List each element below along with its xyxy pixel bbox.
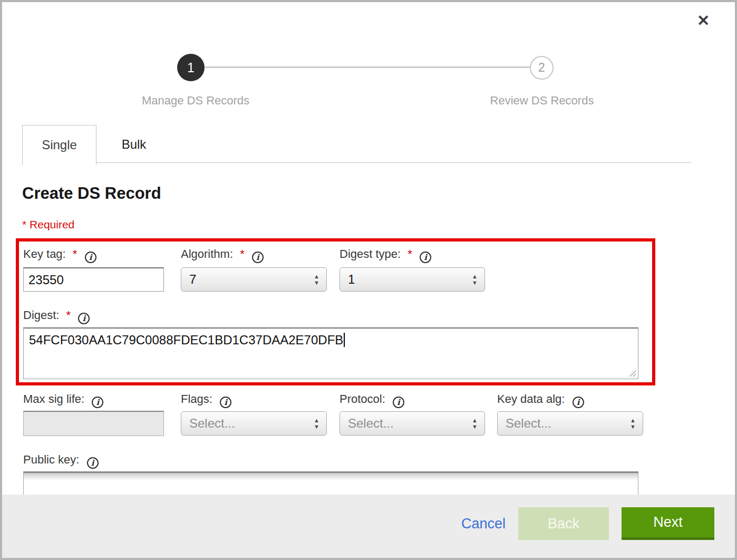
info-icon[interactable]: i (92, 397, 103, 408)
arrow-down-icon: ▼ (314, 281, 319, 285)
back-button[interactable]: Back (518, 507, 609, 540)
protocol-label-text: Protocol: (340, 392, 385, 405)
algorithm-required-marker: * (240, 247, 245, 260)
protocol-label: Protocol: i (340, 392, 404, 408)
algorithm-select[interactable]: 7 ▲ ▼ (181, 267, 327, 292)
flags-select-value: Select... (189, 416, 235, 431)
key-data-alg-select-value: Select... (506, 416, 551, 431)
select-arrows-icon: ▲ ▼ (630, 418, 636, 429)
key-data-alg-label-text: Key data alg: (497, 392, 565, 405)
required-legend: * Required (22, 218, 74, 231)
text-caret (344, 333, 345, 347)
page-title: Create DS Record (22, 184, 161, 203)
digest-required-marker: * (66, 308, 71, 322)
cancel-button[interactable]: Cancel (461, 516, 506, 532)
algorithm-label: Algorithm: * i (181, 247, 264, 263)
protocol-select[interactable]: Select... ▲ ▼ (340, 411, 485, 436)
arrow-up-icon: ▲ (314, 274, 319, 279)
stepper-connector-line (205, 66, 530, 68)
digest-type-required-marker: * (408, 247, 412, 260)
key-tag-required-marker: * (73, 247, 77, 260)
flags-select[interactable]: Select... ▲ ▼ (181, 411, 327, 436)
digest-value: 54FCF030AA1C79C0088FDEC1BD1C37DAA2E70DFB (29, 333, 343, 347)
step-1-indicator: 1 (177, 54, 205, 81)
close-icon[interactable]: ✕ (697, 12, 710, 30)
max-sig-life-input[interactable] (23, 411, 164, 436)
digest-type-label: Digest type: * i (340, 247, 431, 263)
step-2-indicator: 2 (530, 56, 554, 80)
key-data-alg-label: Key data alg: i (497, 392, 584, 408)
select-arrows-icon: ▲ ▼ (472, 418, 478, 429)
info-icon[interactable]: i (220, 397, 231, 408)
resize-handle-icon[interactable] (627, 368, 636, 376)
required-legend-text: Required (30, 218, 74, 230)
arrow-down-icon: ▼ (630, 424, 636, 429)
info-icon[interactable]: i (420, 252, 431, 263)
digest-label: Digest: * i (23, 308, 90, 324)
digest-type-select-value: 1 (348, 272, 355, 287)
key-tag-label: Key tag: * i (23, 247, 96, 263)
algorithm-select-value: 7 (189, 272, 196, 287)
next-button[interactable]: Next (622, 507, 714, 540)
select-arrows-icon: ▲ ▼ (314, 274, 319, 285)
flags-label: Flags: i (181, 392, 231, 408)
arrow-up-icon: ▲ (630, 418, 636, 423)
tab-bulk[interactable]: Bulk (97, 127, 171, 162)
digest-type-select[interactable]: 1 ▲ ▼ (340, 267, 485, 292)
digest-textarea[interactable]: 54FCF030AA1C79C0088FDEC1BD1C37DAA2E70DFB (23, 327, 638, 379)
info-icon[interactable]: i (573, 397, 584, 408)
select-arrows-icon: ▲ ▼ (314, 418, 319, 429)
flags-label-text: Flags: (181, 392, 212, 405)
digest-label-text: Digest: (23, 308, 59, 322)
max-sig-life-label: Max sig life: i (23, 392, 103, 408)
protocol-select-value: Select... (348, 416, 394, 431)
key-tag-input[interactable] (23, 267, 164, 292)
algorithm-label-text: Algorithm: (181, 247, 233, 260)
select-arrows-icon: ▲ ▼ (472, 274, 478, 285)
key-tag-label-text: Key tag: (23, 247, 66, 260)
info-icon[interactable]: i (393, 397, 404, 408)
step-1-label: Manage DS Records (90, 94, 301, 108)
public-key-label-text: Public key: (23, 453, 79, 466)
tab-bar-divider (96, 162, 691, 163)
arrow-up-icon: ▲ (472, 418, 478, 423)
arrow-up-icon: ▲ (314, 418, 319, 423)
digest-type-label-text: Digest type: (340, 247, 401, 260)
modal-footer: Cancel Back Next (0, 495, 737, 560)
max-sig-life-label-text: Max sig life: (23, 392, 84, 405)
tab-single[interactable]: Single (22, 125, 96, 165)
required-legend-marker: * (22, 218, 26, 230)
public-key-label: Public key: i (23, 453, 99, 469)
arrow-down-icon: ▼ (472, 281, 478, 285)
key-data-alg-select[interactable]: Select... ▲ ▼ (497, 411, 643, 436)
step-2-label: Review DS Records (437, 94, 647, 108)
info-icon[interactable]: i (85, 252, 96, 263)
info-icon[interactable]: i (87, 457, 99, 469)
arrow-down-icon: ▼ (314, 424, 319, 429)
create-ds-record-modal: ✕ 1 2 Manage DS Records Review DS Record… (0, 0, 737, 560)
arrow-up-icon: ▲ (472, 274, 478, 279)
info-icon[interactable]: i (252, 252, 264, 263)
arrow-down-icon: ▼ (472, 424, 478, 429)
info-icon[interactable]: i (78, 313, 90, 324)
